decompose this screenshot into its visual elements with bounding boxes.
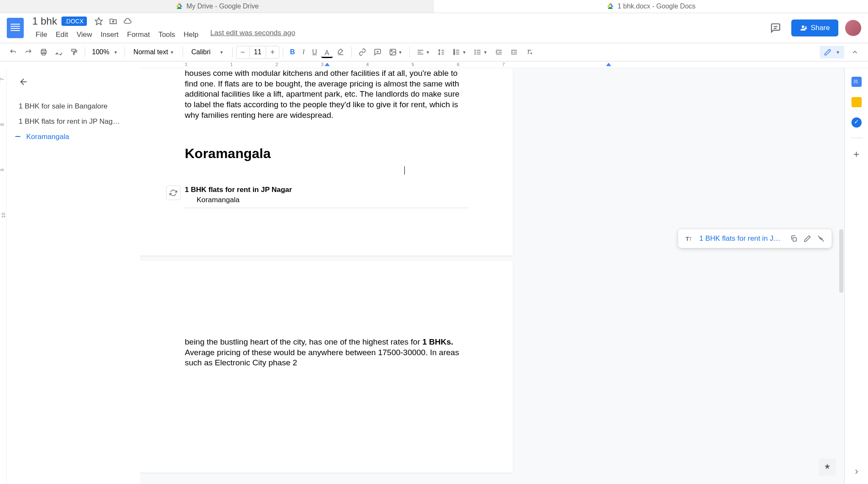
svg-text:T: T	[689, 237, 692, 242]
numbered-list-button[interactable]: 123▼	[449, 46, 470, 58]
cloud-status-icon[interactable]	[123, 17, 132, 25]
bullet-list-button[interactable]: ▼	[470, 46, 491, 58]
document-page[interactable]: being the bustling heart of the city, ha…	[140, 261, 513, 473]
move-icon[interactable]	[109, 17, 117, 25]
menu-edit[interactable]: Edit	[52, 29, 71, 41]
refresh-bookmark-button[interactable]	[166, 186, 181, 200]
tasks-icon[interactable]	[851, 117, 862, 128]
paragraph-style-select[interactable]: Normal text ▼	[128, 47, 179, 58]
underline-button[interactable]: U	[309, 46, 320, 58]
menu-view[interactable]: View	[73, 29, 96, 41]
add-addon-icon[interactable]: +	[853, 148, 859, 160]
menu-help[interactable]: Help	[180, 29, 202, 41]
heading[interactable]: Koramangala	[185, 146, 468, 177]
italic-button[interactable]: I	[299, 46, 308, 58]
svg-rect-14	[72, 49, 75, 51]
separator	[125, 47, 125, 57]
chevron-down-icon: ▼	[483, 50, 487, 55]
menu-insert[interactable]: Insert	[97, 29, 122, 41]
chevron-down-icon: ▼	[398, 50, 403, 55]
link-text[interactable]: 1 BHK flats for rent in JP N…	[699, 234, 784, 243]
explore-button[interactable]	[819, 459, 836, 476]
increase-font-button[interactable]: +	[266, 46, 279, 58]
browser-tab-strip: My Drive - Google Drive 1 bhk.docx - Goo…	[0, 0, 868, 13]
scrollbar-thumb[interactable]	[839, 229, 843, 293]
outline-item-active[interactable]: Koramangala	[19, 129, 128, 145]
font-select[interactable]: Calibri ▼	[186, 47, 229, 58]
font-size-value[interactable]: 11	[249, 47, 266, 58]
outline-panel: 1 BHK for sale in Bangalore 1 BHK flats …	[7, 68, 140, 484]
outline-item[interactable]: 1 BHK flats for rent in JP Nag…	[19, 114, 128, 129]
menu-tools[interactable]: Tools	[155, 29, 179, 41]
separator	[85, 47, 85, 57]
last-edit-link[interactable]: Last edit was seconds ago	[210, 29, 295, 41]
copy-link-icon[interactable]	[790, 235, 798, 242]
chevron-down-icon: ▼	[220, 50, 224, 55]
bold-button[interactable]: B	[287, 46, 298, 58]
bookmark-content[interactable]: 1 BHK flats for rent in JP Nagar Koraman…	[185, 186, 468, 208]
expand-side-panel-button[interactable]	[853, 468, 860, 476]
line-spacing-button[interactable]	[434, 46, 448, 58]
vertical-ruler[interactable]: 7 8 9 10	[0, 68, 7, 484]
text-color-button[interactable]: A	[321, 47, 333, 58]
calendar-icon[interactable]	[851, 77, 862, 87]
collapse-toolbar-button[interactable]	[848, 46, 862, 58]
document-title[interactable]: 1 bhk	[32, 15, 57, 27]
print-button[interactable]	[36, 46, 51, 58]
browser-tab-drive[interactable]: My Drive - Google Drive	[0, 0, 434, 13]
edit-link-icon[interactable]	[804, 235, 811, 242]
avatar[interactable]	[845, 20, 861, 36]
ruler-mark: 1	[185, 62, 187, 67]
editing-mode-button[interactable]: ▼	[820, 46, 844, 58]
menu-format[interactable]: Format	[124, 29, 153, 41]
body-paragraph[interactable]: being the bustling heart of the city, ha…	[185, 337, 468, 368]
body-paragraph[interactable]: houses come with modular kitchens and ot…	[185, 68, 468, 120]
unlink-icon[interactable]	[817, 235, 825, 242]
font-value: Calibri	[192, 48, 211, 56]
separator	[283, 47, 283, 57]
highlight-button[interactable]	[334, 46, 348, 58]
share-button[interactable]: Share	[791, 19, 838, 36]
docx-badge: .DOCX	[61, 17, 87, 26]
link-preview-popup: TT 1 BHK flats for rent in JP N…	[678, 229, 832, 248]
paint-format-button[interactable]	[67, 46, 81, 58]
keep-icon[interactable]	[851, 97, 862, 107]
ruler-mark: 8	[0, 123, 5, 126]
separator	[232, 47, 233, 57]
add-comment-button[interactable]	[370, 46, 385, 58]
spellcheck-button[interactable]	[52, 46, 66, 58]
svg-point-18	[391, 50, 392, 52]
document-page[interactable]: houses come with modular kitchens and ot…	[140, 68, 513, 256]
svg-marker-0	[177, 7, 182, 9]
align-button[interactable]: ▼	[413, 46, 434, 58]
insert-image-button[interactable]: ▼	[386, 46, 406, 58]
bookmark-title: 1 BHK flats for rent in JP Nagar	[185, 186, 468, 194]
comments-icon[interactable]	[767, 19, 785, 37]
ruler-mark: 2	[275, 62, 278, 67]
horizontal-ruler[interactable]: 1 1 2 3 4 5 6 7	[140, 61, 868, 68]
redo-button[interactable]	[21, 46, 36, 58]
svg-point-9	[801, 25, 804, 28]
decrease-font-button[interactable]: −	[236, 46, 250, 58]
svg-text:T: T	[686, 236, 689, 242]
menu-file[interactable]: File	[32, 29, 50, 41]
zoom-select[interactable]: 100% ▼	[89, 47, 121, 58]
star-icon[interactable]	[95, 17, 103, 25]
insert-link-button[interactable]	[355, 46, 370, 58]
increase-indent-button[interactable]	[507, 46, 521, 58]
document-viewport[interactable]: houses come with modular kitchens and ot…	[140, 68, 844, 484]
undo-button[interactable]	[6, 46, 20, 58]
ruler-mark: 3	[321, 62, 323, 67]
separator	[851, 138, 862, 138]
separator	[351, 47, 352, 57]
docs-logo-icon[interactable]	[7, 18, 24, 38]
indent-marker-left[interactable]	[325, 63, 330, 66]
browser-tab-docs[interactable]: 1 bhk.docx - Google Docs	[434, 0, 868, 13]
outline-back-button[interactable]	[19, 77, 29, 87]
ruler-mark: 1	[230, 62, 233, 67]
decrease-indent-button[interactable]	[492, 46, 506, 58]
title-bar: 1 bhk .DOCX File Edit View Insert Format…	[0, 13, 868, 43]
indent-marker-right[interactable]	[606, 63, 611, 66]
clear-formatting-button[interactable]	[522, 46, 537, 58]
outline-item[interactable]: 1 BHK for sale in Bangalore	[19, 99, 128, 114]
